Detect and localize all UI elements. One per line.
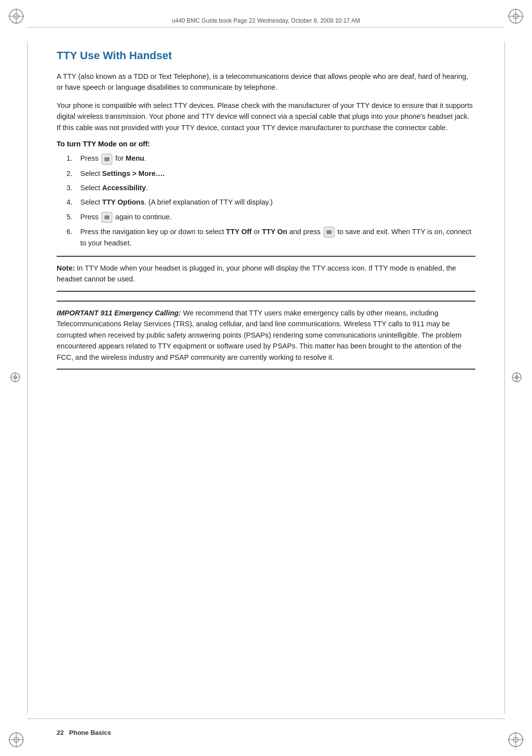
main-content: TTY Use With Handset A TTY (also known a… <box>57 49 475 697</box>
side-mark-left <box>10 372 21 384</box>
note-label: Note: <box>57 264 75 272</box>
continue-button-icon <box>101 212 112 223</box>
step-6: 6. Press the navigation key up or down t… <box>66 226 475 249</box>
page: u440 BMC Guide.book Page 22 Wednesday, O… <box>0 0 532 756</box>
step-4: 4. Select TTY Options. (A brief explanat… <box>66 197 475 207</box>
header-line <box>27 27 505 28</box>
step-4-num: 4. <box>66 197 76 207</box>
reg-mark-top-right <box>507 7 525 25</box>
reg-mark-bottom-right <box>507 731 525 749</box>
step-2: 2. Select Settings > More…. <box>66 168 475 179</box>
page-title: TTY Use With Handset <box>57 49 475 62</box>
important-box: IMPORTANT 911 Emergency Calling: We reco… <box>57 301 475 370</box>
step-5: 5. Press again to continue. <box>66 211 475 223</box>
step-3-text: Select Accessibility. <box>80 182 475 193</box>
step-6-text: Press the navigation key up or down to s… <box>80 226 475 249</box>
right-vline <box>504 42 505 714</box>
note-text: In TTY Mode when your headset is plugged… <box>57 264 456 283</box>
header-text: u440 BMC Guide.book Page 22 Wednesday, O… <box>172 17 360 24</box>
left-vline <box>27 42 28 714</box>
footer-line <box>27 719 505 719</box>
step-2-num: 2. <box>66 168 76 179</box>
step-3-num: 3. <box>66 182 76 193</box>
step-4-text: Select TTY Options. (A brief explanation… <box>80 197 475 207</box>
menu-button-icon <box>101 154 112 165</box>
reg-mark-top-left <box>7 7 25 25</box>
step-5-num: 5. <box>66 211 76 222</box>
section-heading: To turn TTY Mode on or off: <box>57 140 475 148</box>
save-button-icon <box>324 227 334 238</box>
note-box: Note: In TTY Mode when your headset is p… <box>57 256 475 292</box>
step-1-text: Press for Menu. <box>80 153 475 164</box>
reg-mark-bottom-left <box>7 731 25 749</box>
footer-page-num: 22 Phone Basics <box>57 729 111 736</box>
paragraph-2: Your phone is compatible with select TTY… <box>57 100 475 133</box>
footer: 22 Phone Basics <box>57 729 475 736</box>
important-label: IMPORTANT 911 Emergency Calling: <box>57 309 181 317</box>
paragraph-1: A TTY (also known as a TDD or Text Telep… <box>57 71 475 93</box>
step-5-text: Press again to continue. <box>80 211 475 223</box>
step-1-num: 1. <box>66 153 76 164</box>
step-6-num: 6. <box>66 226 76 237</box>
step-3: 3. Select Accessibility. <box>66 182 475 193</box>
steps-list: 1. Press for Menu. 2. Select Settings > … <box>66 153 475 248</box>
step-2-text: Select Settings > More…. <box>80 168 475 179</box>
side-mark-right <box>511 372 522 384</box>
step-1: 1. Press for Menu. <box>66 153 475 164</box>
